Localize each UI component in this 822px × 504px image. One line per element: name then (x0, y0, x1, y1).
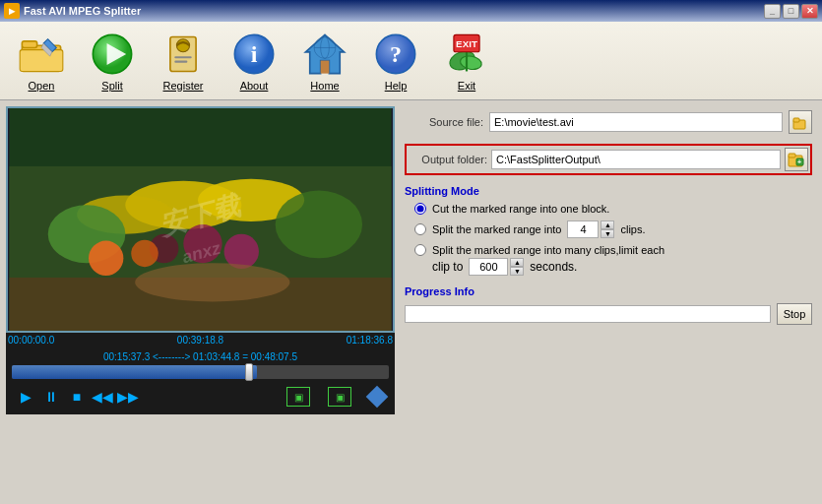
title-bar-left: ▶ Fast AVI MPEG Splitter (4, 3, 141, 19)
svg-rect-10 (174, 60, 187, 62)
split-clips-label: Split the marked range into (432, 223, 561, 235)
split-seconds-radio[interactable] (414, 244, 426, 256)
progress-bar (405, 305, 771, 323)
split-clips-radio[interactable] (414, 223, 426, 235)
toolbar-open[interactable]: Open (10, 27, 73, 95)
svg-point-8 (176, 38, 189, 51)
output-folder-browse-button[interactable]: + (785, 148, 808, 171)
split-option-seconds: Split the marked range into many clips,l… (405, 244, 812, 276)
split-option-clips: Split the marked range into ▲ ▼ clips. (405, 220, 812, 238)
svg-rect-42 (793, 118, 799, 122)
register-label: Register (163, 80, 204, 92)
timeline-section: 00:15:37.3 <--------> 01:03:44.8 = 00:48… (6, 347, 395, 414)
svg-point-36 (131, 240, 158, 268)
split-icon (89, 31, 136, 78)
prev-frame-button[interactable]: ◀◀ (93, 387, 112, 407)
clips-increment-button[interactable]: ▲ (601, 220, 614, 229)
timeline-range: 00:15:37.3 <--------> 01:03:44.8 = 00:48… (12, 351, 389, 362)
time-mid: 00:39:18.8 (177, 335, 223, 346)
source-file-row: Source file: (405, 110, 812, 134)
pause-button[interactable]: ⏸ (41, 387, 61, 407)
video-area: 安下载 anxz (6, 106, 395, 333)
next-frame-button[interactable]: ▶▶ (118, 387, 138, 407)
time-end: 01:18:36.8 (347, 335, 393, 346)
svg-point-31 (276, 191, 362, 259)
toolbar-register[interactable]: Register (152, 27, 215, 95)
split-clips-suffix: clips. (620, 223, 645, 235)
toolbar-home[interactable]: Home (293, 27, 356, 95)
split-one-block-radio[interactable] (414, 203, 426, 215)
svg-rect-14 (321, 60, 330, 73)
exit-label: Exit (458, 80, 475, 92)
split-label: Split (101, 80, 122, 92)
seconds-spinner: ▲ ▼ (469, 258, 524, 276)
maximize-button[interactable]: □ (783, 4, 799, 19)
left-panel: 安下载 anxz 00:00:00.0 00:39:18.8 01:18:36.… (6, 106, 395, 498)
svg-point-35 (89, 241, 123, 276)
seek-bar[interactable] (12, 365, 389, 379)
folder-open-icon (18, 31, 65, 78)
seconds-input[interactable] (469, 258, 508, 276)
clips-spinner: ▲ ▼ (567, 220, 614, 238)
keyframe-button[interactable] (366, 386, 389, 409)
toolbar-about[interactable]: i About (222, 27, 285, 95)
toolbar-exit[interactable]: EXIT Exit (435, 27, 498, 95)
svg-rect-2 (20, 49, 63, 71)
player-controls: ▶ ⏸ ■ ◀◀ ▶▶ ▣ ▣ (12, 383, 389, 410)
split-option-one-block: Cut the marked range into one block. (405, 203, 812, 215)
toolbar-split[interactable]: Split (81, 27, 144, 95)
clips-spinner-buttons: ▲ ▼ (601, 220, 614, 238)
main-content: 安下载 anxz 00:00:00.0 00:39:18.8 01:18:36.… (0, 100, 822, 504)
seek-progress (12, 365, 257, 379)
exit-icon: EXIT (443, 31, 490, 78)
mark-in-button[interactable]: ▣ (286, 387, 310, 407)
clips-decrement-button[interactable]: ▼ (601, 229, 614, 238)
seek-handle[interactable] (245, 363, 253, 381)
svg-rect-9 (174, 56, 191, 58)
splitting-mode-title: Splitting Mode (405, 185, 812, 197)
stop-button[interactable]: ■ (67, 387, 87, 407)
seconds-increment-button[interactable]: ▲ (510, 258, 524, 267)
svg-text:?: ? (390, 40, 402, 66)
open-label: Open (29, 80, 55, 92)
source-file-input[interactable] (489, 112, 783, 132)
play-button[interactable]: ▶ (16, 387, 35, 407)
about-label: About (240, 80, 269, 92)
progress-section: Progress Info Stop (405, 285, 812, 325)
progress-title: Progress Info (405, 285, 812, 297)
split-seconds-row1: Split the marked range into many clips,l… (414, 244, 812, 256)
source-file-label: Source file: (405, 116, 483, 128)
split-one-block-label: Cut the marked range into one block. (432, 203, 609, 215)
clips-count-input[interactable] (567, 220, 599, 238)
app-icon: ▶ (4, 3, 20, 19)
register-icon (159, 31, 207, 78)
output-folder-label: Output folder: (409, 154, 487, 165)
window-controls: _ □ ✕ (764, 4, 818, 19)
output-folder-row: Output folder: + (405, 144, 812, 175)
progress-bar-row: Stop (405, 303, 812, 325)
svg-rect-44 (789, 154, 795, 158)
svg-text:EXIT: EXIT (456, 38, 477, 49)
source-file-browse-button[interactable] (789, 110, 812, 134)
splitting-mode-section: Splitting Mode Cut the marked range into… (405, 185, 812, 276)
minimize-button[interactable]: _ (764, 4, 781, 19)
svg-point-38 (135, 263, 289, 301)
svg-rect-1 (22, 40, 36, 47)
split-seconds-suffix: seconds. (530, 260, 577, 274)
title-bar: ▶ Fast AVI MPEG Splitter _ □ ✕ (0, 0, 822, 22)
home-icon (301, 31, 348, 78)
help-label: Help (385, 80, 408, 92)
svg-text:+: + (797, 158, 801, 165)
right-panel: Source file: Output folder: + (401, 106, 816, 498)
window-title: Fast AVI MPEG Splitter (24, 5, 141, 17)
help-icon: ? (372, 31, 419, 78)
toolbar-help[interactable]: ? Help (364, 27, 427, 95)
output-folder-input[interactable] (491, 150, 781, 169)
seconds-decrement-button[interactable]: ▼ (510, 267, 524, 276)
about-icon: i (230, 31, 278, 78)
stop-button[interactable]: Stop (777, 303, 812, 325)
mark-out-button[interactable]: ▣ (328, 387, 351, 407)
close-button[interactable]: ✕ (801, 4, 818, 19)
split-seconds-row2: clip to ▲ ▼ seconds. (414, 258, 812, 276)
svg-text:i: i (251, 40, 258, 66)
